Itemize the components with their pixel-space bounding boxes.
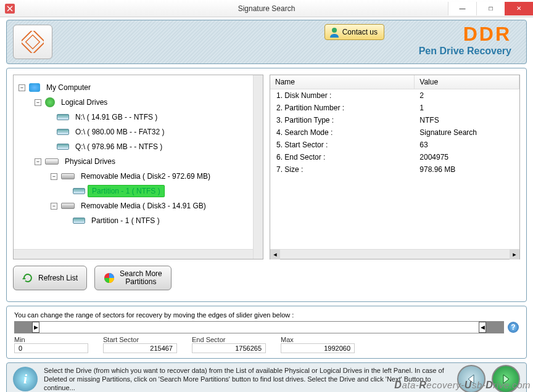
min-value: 0 — [14, 343, 88, 353]
max-label: Max — [281, 336, 355, 343]
next-button[interactable] — [492, 365, 520, 392]
tree-physical[interactable]: Physical Drives — [61, 156, 119, 167]
next-arrow-icon — [499, 372, 513, 386]
help-icon[interactable]: ? — [508, 322, 519, 333]
removable-icon — [61, 203, 75, 209]
logical-drives-icon — [45, 97, 55, 107]
slider-handle-start[interactable]: ▶ — [15, 321, 39, 333]
sector-slider[interactable]: ▶ ◀ — [14, 321, 504, 333]
refresh-icon — [22, 272, 33, 284]
svg-point-3 — [332, 28, 337, 33]
svg-rect-1 — [22, 31, 44, 53]
back-arrow-icon — [465, 372, 478, 386]
expander[interactable]: − — [35, 158, 41, 165]
tree-root[interactable]: My Computer — [43, 82, 94, 93]
header: Contact us DDR Pen Drive Recovery — [6, 20, 527, 64]
tree-drive-n[interactable]: N:\ ( 14.91 GB - - NTFS ) — [72, 112, 161, 123]
tree-partition[interactable]: Partition - 1 ( NTFS ) — [88, 215, 163, 226]
table-header-value[interactable]: Value — [415, 75, 519, 89]
drive-icon — [57, 144, 69, 150]
titlebar: Signature Search — □ ✕ — [0, 0, 533, 17]
tree-rm2[interactable]: Removable Media ( Disk2 - 972.69 MB) — [77, 171, 214, 182]
slider-handle-end[interactable]: ◀ — [479, 321, 503, 333]
app-icon — [5, 4, 15, 14]
drive-icon — [57, 129, 69, 135]
tree-drive-q[interactable]: Q:\ ( 978.96 MB - - NTFS ) — [72, 141, 166, 152]
table-horizontal-scrollbar[interactable]: ◄ ► — [270, 249, 519, 259]
sector-slider-panel: You can change the range of sectors for … — [6, 306, 527, 359]
contact-us-button[interactable]: Contact us — [324, 24, 384, 40]
tree-rm3[interactable]: Removable Media ( Disk3 - 14.91 GB) — [77, 200, 210, 211]
person-icon — [329, 27, 340, 38]
details-table: Name Value 1. Disk Number :2 2. Partitio… — [270, 75, 520, 259]
end-sector-label: End Sector — [192, 336, 266, 343]
physical-drives-icon — [45, 158, 59, 165]
min-label: Min — [14, 336, 88, 343]
table-row: 2. Partition Number :1 — [270, 102, 519, 114]
minimize-button[interactable]: — — [448, 2, 476, 15]
max-value: 1992060 — [281, 343, 355, 353]
refresh-list-button[interactable]: Refresh List — [13, 266, 87, 290]
tree-vertical-scrollbar[interactable] — [253, 75, 263, 259]
slider-instruction: You can change the range of sectors for … — [14, 311, 519, 319]
window-title: Signature Search — [238, 4, 295, 13]
computer-icon — [29, 83, 40, 92]
brand-name: DDR — [419, 23, 511, 46]
partitions-icon — [104, 272, 115, 284]
start-sector-label: Start Sector — [103, 336, 177, 343]
main-panel: −My Computer −Logical Drives N:\ ( 14.91… — [6, 68, 527, 302]
footer-panel: i Select the Drive (from which you want … — [6, 362, 527, 392]
info-icon: i — [13, 367, 38, 391]
brand: DDR Pen Drive Recovery — [419, 23, 511, 57]
tree-logical[interactable]: Logical Drives — [57, 97, 111, 108]
back-button[interactable] — [457, 365, 485, 392]
expander[interactable]: − — [51, 203, 57, 210]
end-sector-value[interactable]: 1756265 — [192, 343, 266, 353]
table-row: 3. Partition Type :NTFS — [270, 114, 519, 126]
table-row: 6. End Sector :2004975 — [270, 151, 519, 163]
expander[interactable]: − — [19, 84, 25, 91]
tree-partition-selected[interactable]: Partition - 1 ( NTFS ) — [88, 185, 165, 197]
expander[interactable]: − — [35, 99, 41, 106]
search-more-partitions-button[interactable]: Search More Partitions — [94, 266, 171, 290]
footer-instruction: Select the Drive (from which you want to… — [44, 366, 451, 392]
tree-horizontal-scrollbar[interactable] — [14, 249, 253, 259]
close-button[interactable]: ✕ — [505, 2, 533, 15]
partition-icon — [73, 218, 85, 224]
table-row: 7. Size :978.96 MB — [270, 163, 519, 176]
removable-icon — [61, 173, 75, 179]
maximize-button[interactable]: □ — [476, 2, 505, 15]
svg-rect-2 — [26, 35, 40, 49]
table-header-name[interactable]: Name — [270, 75, 415, 89]
drive-icon — [57, 114, 69, 120]
partition-icon — [73, 188, 85, 194]
table-row: 5. Start Sector :63 — [270, 139, 519, 151]
tree-drive-o[interactable]: O:\ ( 980.00 MB - - FAT32 ) — [72, 126, 168, 137]
start-sector-value[interactable]: 215467 — [103, 343, 177, 353]
app-logo — [13, 25, 52, 59]
drive-tree-panel: −My Computer −Logical Drives N:\ ( 14.91… — [13, 75, 263, 259]
expander[interactable]: − — [51, 173, 57, 180]
table-row: 4. Search Mode :Signature Search — [270, 126, 519, 139]
brand-subtitle: Pen Drive Recovery — [419, 46, 511, 57]
table-row: 1. Disk Number :2 — [270, 89, 519, 102]
